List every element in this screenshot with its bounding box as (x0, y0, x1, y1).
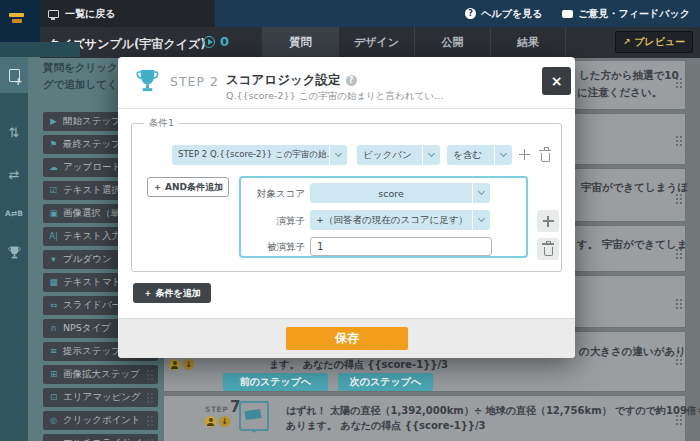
step-card-text: 宇宙ができてしまうほ (581, 181, 688, 195)
gauge-icon: ∩ (47, 324, 60, 333)
operator-select[interactable]: +（回答者の現在のスコアに足す） (310, 210, 490, 230)
trash-icon (544, 247, 553, 256)
tab-results[interactable]: 結果 (490, 27, 566, 58)
matrix-icon: ▦ (47, 278, 60, 287)
sidebar-item-image-zoom-step[interactable]: ⊞画像拡大ステップ (43, 365, 158, 384)
dropdown-icon: ▾ (47, 255, 60, 264)
trophy-icon (136, 69, 159, 98)
cloud-icon: ☁ (47, 163, 60, 172)
operator-label: 演算子 (239, 215, 305, 228)
step-label: STEP (205, 405, 228, 414)
drag-handle-icon[interactable] (146, 369, 154, 380)
operand-input[interactable] (310, 237, 492, 256)
condition-answer-select[interactable]: ビックバン (357, 145, 440, 165)
condition-operator-select[interactable]: を含む (447, 145, 512, 165)
left-rail: ⇅ ⇄ A⇄B (0, 57, 28, 441)
logo-bar-icon (9, 13, 24, 17)
tab-design[interactable]: デザイン (338, 27, 414, 58)
question-mark-icon: ? (465, 8, 476, 19)
trash-icon[interactable] (541, 153, 550, 162)
help-icon[interactable]: ? (346, 75, 357, 86)
play-count: 0 (203, 34, 229, 49)
person-badge-icon (205, 416, 216, 427)
step-card-text: の大きさの違いがあり (579, 345, 686, 359)
image-select-icon: ▣ (47, 209, 60, 218)
play-circle-icon (203, 36, 215, 48)
drag-handle-icon[interactable] (146, 392, 154, 403)
operand-label: 被演算子 (239, 241, 305, 254)
top-bar: 一覧に戻る ? ヘルプを見る ご意見・フィードバック (0, 0, 700, 27)
lines-icon: ≡ (47, 347, 60, 356)
drag-handle-icon[interactable] (146, 415, 154, 426)
external-link-icon: ↗ (623, 38, 631, 47)
step-card-text: あります。 あなたの得点 {{score-1}}/3 (286, 419, 486, 433)
monitor-icon (48, 10, 59, 18)
next-step-button[interactable]: 次のステップへ (338, 373, 433, 391)
back-to-list-button[interactable]: 一覧に戻る (40, 0, 215, 27)
start-step-icon: ▶ (47, 117, 60, 126)
step-card-text: した方から抽選で10 (579, 69, 679, 83)
condition-group-label: 条件1 (144, 117, 179, 130)
zoom-image-icon: ⊞ (47, 370, 60, 379)
save-button[interactable]: 保存 (286, 327, 408, 350)
move-icon (543, 216, 554, 227)
delete-action-button[interactable] (537, 238, 559, 260)
chevron-down-icon (329, 145, 347, 165)
chevron-down-icon (422, 145, 440, 165)
move-action-button[interactable] (537, 210, 559, 232)
step-card-text: はずれ！ 太陽の直径（1,392,000km）÷ 地球の直径（12,756km）… (286, 404, 700, 418)
sidebar-item-area-mapping[interactable]: ⊡エリアマッピング (43, 388, 158, 407)
score-logic-modal: STEP 2 スコアロジック設定 ? Q.{{score-2}} この宇宙の始ま… (118, 57, 575, 358)
chevron-down-icon (472, 210, 490, 230)
chevron-down-icon (472, 183, 490, 203)
title-bar: クイズサンプル(宇宙クイズ) 0 質問 デザイン 公開 結果 ↗ プレビュー (40, 27, 700, 58)
condition-question-select[interactable]: STEP 2 Q.{{score-2}} この宇宙の始… (172, 145, 347, 165)
add-and-condition-button[interactable]: ＋ AND条件追加 (147, 177, 229, 197)
document-plus-icon (9, 69, 20, 82)
add-step-tab[interactable] (0, 57, 28, 93)
tab-questions[interactable]: 質問 (262, 27, 338, 58)
modal-header: STEP 2 スコアロジック設定 ? Q.{{score-2}} この宇宙の始ま… (118, 57, 575, 109)
step-card-text: ます。 あなたの得点 {{score-1}}/3 (269, 358, 448, 372)
translate-ab-icon[interactable]: A⇄B (0, 209, 28, 218)
move-icon[interactable] (519, 149, 530, 160)
area-map-icon: ⊡ (47, 393, 60, 402)
trophy-icon[interactable] (0, 245, 28, 264)
modal-subtitle: Q.{{score-2}} この宇宙の始まりと言われてい… (226, 90, 443, 103)
target-icon: ◎ (47, 416, 60, 425)
preview-button[interactable]: ↗ プレビュー (615, 31, 693, 53)
flag-icon: ⚑ (47, 140, 60, 149)
sidebar-item-click-point[interactable]: ◎クリックポイント (43, 411, 158, 430)
person-badge-icon (169, 359, 180, 370)
prev-step-button[interactable]: 前のステップへ (223, 373, 328, 391)
main-tabs: 質問 デザイン 公開 結果 (262, 27, 566, 58)
sidebar-item-multi-slidebar[interactable]: ∷マルチスライドバー (43, 434, 158, 441)
align-steps-icon[interactable]: ⇅ (0, 125, 28, 140)
step-card[interactable]: STEP 7 ↓ はずれ！ 太陽の直径（1,392,000km）÷ 地球の直径（… (163, 395, 686, 441)
app-frame: した方から抽選で10 に注意ください。 宇宙ができてしまうほ す。 宇宙ができて… (0, 0, 700, 441)
arrow-badge-icon: ↓ (183, 359, 194, 370)
logo-bar-icon (12, 19, 22, 23)
text-input-icon: A| (47, 232, 60, 241)
shuffle-icon[interactable]: ⇄ (0, 167, 28, 182)
modal-footer: 保存 (118, 318, 575, 358)
speech-bubble-icon (239, 401, 269, 431)
chevron-down-icon (494, 145, 512, 165)
modal-title: スコアロジック設定 ? (226, 72, 357, 89)
app-logo[interactable] (0, 0, 40, 42)
slider-icon: ⇔ (47, 301, 60, 310)
close-button[interactable]: × (542, 67, 571, 95)
rail-header (0, 42, 80, 57)
add-condition-button[interactable]: ＋ 条件を追加 (133, 283, 211, 303)
step-card-text: す。 宇宙ができてしま (577, 238, 687, 252)
modal-step-label: STEP 2 (170, 74, 219, 89)
step-card-text: に注意ください。 (577, 86, 662, 100)
arrow-badge-icon: ↓ (219, 416, 230, 427)
target-score-label: 対象スコア (239, 188, 305, 201)
checkbox-icon: ☑ (47, 186, 60, 195)
target-score-select[interactable]: score (310, 183, 490, 203)
help-link[interactable]: ? ヘルプを見る (465, 7, 542, 21)
feedback-link[interactable]: ご意見・フィードバック (562, 7, 690, 21)
speech-bubble-icon (562, 10, 573, 18)
tab-publish[interactable]: 公開 (414, 27, 490, 58)
